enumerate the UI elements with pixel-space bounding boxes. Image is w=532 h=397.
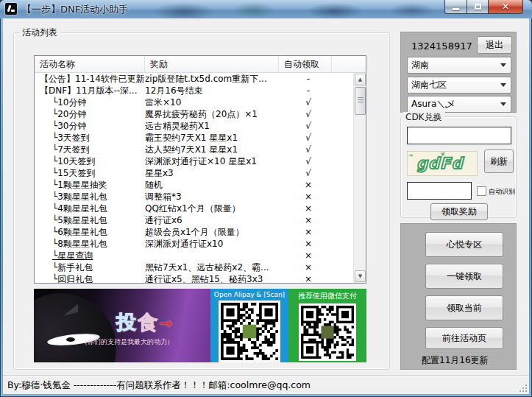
- column-header-auto-claim[interactable]: 自动领取: [279, 56, 332, 72]
- reward-cell: 远古精灵秘药X1: [145, 120, 285, 132]
- activity-name-cell: └1颗星星抽奖: [35, 179, 145, 191]
- auto-claim-cell: ×: [285, 179, 332, 191]
- reward-cell: 通行证x6: [145, 214, 285, 226]
- activity-name-cell: └星星查询: [35, 250, 145, 261]
- activity-name-cell: └10天签到: [35, 155, 145, 167]
- reward-cell: 通行证x5、黑钻15、秘药3x3: [145, 273, 285, 283]
- auto-claim-cell: √: [285, 155, 332, 167]
- donation-banner[interactable]: 投 食 → （你们的支持是我最大的动力） Open Alipay & [Scan…: [34, 289, 366, 362]
- table-row[interactable]: └30分钟远古精灵秘药X1√: [35, 120, 353, 132]
- table-row[interactable]: └10天签到深渊派对通行证×10 星星x1√: [35, 155, 353, 167]
- column-header-activity-name[interactable]: 活动名称: [35, 56, 145, 72]
- minimize-button[interactable]: [444, 0, 467, 14]
- window-title: 【一步】DNF活动小助手: [22, 3, 128, 16]
- table-row[interactable]: └回归礼包通行证x5、黑钻15、秘药3x3×: [35, 273, 353, 283]
- auto-claim-cell: √: [285, 132, 332, 144]
- table-row[interactable]: └3天签到霸王契约7天X1 星星x1√: [35, 132, 353, 144]
- auto-claim-cell: ×: [285, 238, 332, 250]
- auto-claim-cell: √: [285, 120, 332, 132]
- goto-activity-page-button[interactable]: 前往活动页: [425, 327, 503, 349]
- reward-cell: zip版登陆t.tx5d.com重新下...: [145, 73, 285, 85]
- resize-grip[interactable]: [518, 383, 527, 392]
- mask-pupil: [66, 337, 75, 342]
- table-row[interactable]: └20分钟魔界抗疲劳秘药（20点）×1√: [35, 108, 353, 120]
- table-row[interactable]: └4颗星星礼包QQ红钻x1个月（限量）×: [35, 203, 353, 214]
- reward-cell: 超级会员x1个月（限量）: [145, 226, 285, 238]
- config-update-note: 配置11月16更新: [422, 354, 489, 367]
- close-button[interactable]: ✕: [489, 0, 523, 14]
- character-value: Asura＼乄: [411, 99, 454, 109]
- claim-current-button[interactable]: 领取当前: [425, 295, 503, 320]
- maximize-icon: [475, 4, 481, 10]
- refresh-captcha-button[interactable]: 刷新: [484, 150, 514, 173]
- server-value: 湖南七区: [411, 80, 447, 90]
- close-icon: ✕: [502, 2, 509, 11]
- auto-claim-cell: ×: [285, 250, 332, 261]
- auto-claim-cell: ×: [285, 273, 332, 283]
- activity-table-body: 【公告】11-14软件已更新zip版登陆t.tx5d.com重新下...-【DN…: [35, 73, 353, 283]
- sprout-icon: ❦: [440, 151, 446, 158]
- captcha-input[interactable]: [407, 182, 472, 200]
- activity-group-title: 活动列表: [19, 27, 60, 38]
- qq-number: 1324158917: [411, 41, 472, 52]
- table-row[interactable]: └6颗星星礼包超级会员x1个月（限量）×: [35, 226, 353, 238]
- reward-cell: 深渊派对通行证×10 星星x1: [145, 155, 285, 167]
- server-select[interactable]: 湖南七区: [407, 77, 511, 94]
- xinyue-zone-button[interactable]: 心悦专区: [425, 232, 503, 257]
- table-row[interactable]: └星星查询×: [35, 250, 353, 261]
- auto-claim-cell: -: [285, 85, 332, 96]
- table-scrollbar[interactable]: ▲ ▼: [353, 73, 366, 283]
- activity-name-cell: 【DNF】11月版本--深...: [35, 85, 145, 96]
- scrollbar-thumb[interactable]: [355, 87, 366, 115]
- reward-cell: QQ红钻x1个月（限量）: [145, 203, 285, 214]
- auto-claim-cell: √: [285, 167, 332, 179]
- table-row[interactable]: 【DNF】11月版本--深...12月16号结束-: [35, 85, 353, 96]
- one-click-claim-button[interactable]: 一键领取: [425, 264, 503, 289]
- support-title: 投 食 →: [116, 309, 172, 336]
- activity-name-cell: 【公告】11-14软件已更新: [35, 73, 145, 85]
- reward-cell: 黑钻7天x1、远古秘药x2、霸...: [145, 261, 285, 273]
- table-row[interactable]: └1颗星星抽奖随机×: [35, 179, 353, 191]
- app-icon: [5, 3, 17, 15]
- cdk-group-title: CDK兑换: [402, 112, 445, 122]
- sprout-icon: ❧: [408, 152, 414, 159]
- account-box: 1324158917 退出 湖南 湖南七区 Asura＼乄: [400, 32, 517, 113]
- table-row[interactable]: └8颗星星礼包深渊派对通行证x10×: [35, 238, 353, 250]
- titlebar[interactable]: 【一步】DNF活动小助手 ✕: [0, 0, 532, 18]
- activity-name-cell: └15天签到: [35, 167, 145, 179]
- reward-cell: 12月16号结束: [145, 85, 285, 96]
- table-row[interactable]: └3颗星星礼包调整箱*3×: [35, 191, 353, 203]
- reward-cell: [145, 250, 285, 261]
- activity-table: 活动名称 奖励 自动领取 【公告】11-14软件已更新zip版登陆t.tx5d.…: [34, 55, 366, 284]
- column-header-reward[interactable]: 奖励: [145, 56, 279, 72]
- auto-claim-cell: √: [285, 108, 332, 120]
- character-select[interactable]: Asura＼乄: [407, 96, 511, 113]
- alipay-panel: Open Alipay & [Scan]: [210, 289, 288, 362]
- activity-name-cell: └5颗星星礼包: [35, 214, 145, 226]
- cdk-code-input[interactable]: [407, 127, 511, 144]
- caption-buttons: ✕: [444, 0, 523, 14]
- table-row[interactable]: └15天签到星星x3√: [35, 167, 353, 179]
- scroll-up-icon[interactable]: ▲: [355, 74, 366, 85]
- table-row[interactable]: └新手礼包黑钻7天x1、远古秘药x2、霸...×: [35, 261, 353, 273]
- auto-ocr-checkbox[interactable]: [477, 186, 486, 196]
- claim-cdk-reward-button[interactable]: 领取奖励: [430, 203, 488, 220]
- reward-cell: 深渊派对通行证x10: [145, 238, 285, 250]
- table-row[interactable]: └5颗星星礼包通行证x6×: [35, 214, 353, 226]
- maximize-button[interactable]: [467, 0, 489, 14]
- activity-name-cell: └3颗星星礼包: [35, 191, 145, 203]
- auto-claim-cell: √: [285, 144, 332, 155]
- table-row[interactable]: 【公告】11-14软件已更新zip版登陆t.tx5d.com重新下...-: [35, 73, 353, 85]
- table-row[interactable]: └10分钟雷米×10√: [35, 96, 353, 108]
- cdk-groupbox: ❧ ❦ gdFd 刷新 自动识别 领取奖励: [400, 116, 517, 218]
- logout-button[interactable]: 退出: [477, 36, 512, 54]
- scroll-down-icon[interactable]: ▼: [355, 270, 366, 282]
- activity-name-cell: └7天签到: [35, 144, 145, 155]
- chevron-down-icon: [500, 63, 506, 67]
- reward-cell: 调整箱*3: [145, 191, 285, 203]
- mask-character: [34, 293, 116, 362]
- table-row[interactable]: └7天签到达人契约7天X1 星星x1√: [35, 144, 353, 155]
- region-select[interactable]: 湖南: [407, 57, 511, 74]
- auto-claim-cell: ×: [285, 214, 332, 226]
- wechat-panel: 推荐使用微信支付: [288, 289, 366, 362]
